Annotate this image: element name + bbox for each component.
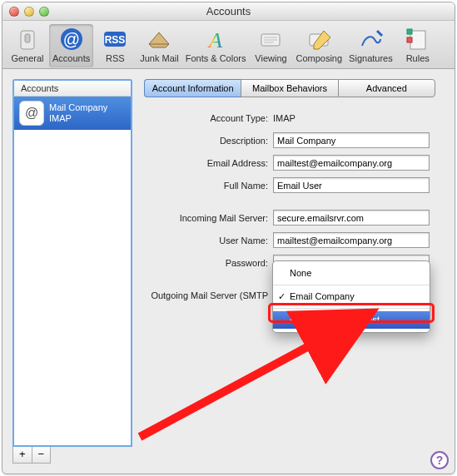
- toolbar-rss[interactable]: RSS RSS: [93, 24, 137, 67]
- toolbar-junk[interactable]: Junk Mail: [137, 24, 181, 67]
- tab-account-info[interactable]: Account Information: [144, 79, 241, 97]
- sidebar-buttons: + −: [12, 447, 51, 464]
- remove-account-button[interactable]: −: [32, 447, 51, 463]
- toolbar-signatures[interactable]: Signatures: [345, 24, 396, 67]
- smtp-dropdown-menu: None Email Company Edit SMTP Server List…: [272, 260, 430, 333]
- incoming-server-field[interactable]: [273, 210, 430, 226]
- toolbar-viewing[interactable]: Viewing: [249, 24, 292, 67]
- label-username: User Name:: [144, 236, 273, 245]
- rss-icon: RSS: [102, 26, 128, 52]
- menu-item-none[interactable]: None: [273, 265, 430, 282]
- account-row[interactable]: @ Mail Company IMAP: [14, 97, 131, 130]
- minimize-window-button[interactable]: [24, 7, 34, 17]
- content-area: Accounts @ Mail Company IMAP + − Account…: [2, 69, 455, 474]
- label-description: Description:: [144, 136, 273, 146]
- preferences-window: Accounts General @ Accounts RSS RSS Junk…: [2, 2, 455, 474]
- prefs-toolbar: General @ Accounts RSS RSS Junk Mail A F…: [2, 21, 455, 69]
- account-name: Mail Company: [49, 102, 107, 113]
- svg-text:@: @: [62, 30, 79, 48]
- value-account-type: IMAP: [273, 113, 296, 123]
- toolbar-rules[interactable]: Rules: [396, 24, 440, 67]
- tab-advanced[interactable]: Advanced: [338, 79, 435, 97]
- account-protocol: IMAP: [49, 113, 107, 124]
- accounts-list[interactable]: @ Mail Company IMAP: [12, 96, 132, 447]
- username-field[interactable]: [273, 232, 430, 248]
- menu-separator: [273, 285, 430, 285]
- titlebar: Accounts: [2, 2, 455, 21]
- menu-item-email-company[interactable]: Email Company: [273, 288, 430, 305]
- add-account-button[interactable]: +: [13, 447, 32, 463]
- svg-rect-12: [410, 31, 425, 49]
- svg-text:A: A: [207, 28, 222, 52]
- label-password: Password:: [144, 258, 273, 268]
- settings-pane: Account Information Mailbox Behaviors Ad…: [144, 79, 445, 464]
- label-email: Email Address:: [144, 158, 273, 168]
- toolbar-general[interactable]: General: [6, 24, 49, 67]
- pane-tabs: Account Information Mailbox Behaviors Ad…: [144, 79, 435, 97]
- svg-line-15: [140, 316, 365, 437]
- signatures-icon: [357, 26, 384, 52]
- composing-icon: [305, 26, 332, 52]
- label-fullname: Full Name:: [144, 181, 273, 191]
- menu-separator: [273, 308, 430, 309]
- tab-mailbox-behaviors[interactable]: Mailbox Behaviors: [241, 79, 337, 97]
- viewing-icon: [257, 26, 284, 52]
- sidebar-header: Accounts: [12, 79, 132, 96]
- label-incoming: Incoming Mail Server:: [144, 213, 273, 223]
- at-icon: @: [19, 101, 44, 126]
- at-icon: @: [58, 26, 85, 52]
- email-field[interactable]: [273, 155, 430, 171]
- close-window-button[interactable]: [9, 7, 19, 17]
- menu-item-edit-smtp[interactable]: Edit SMTP Server List…: [273, 311, 430, 329]
- account-text: Mail Company IMAP: [49, 102, 107, 124]
- rules-icon: [405, 26, 431, 52]
- toolbar-accounts[interactable]: @ Accounts: [49, 24, 93, 67]
- toolbar-fonts[interactable]: A Fonts & Colors: [182, 24, 250, 67]
- label-smtp: Outgoing Mail Server (SMTP: [144, 290, 273, 300]
- svg-rect-1: [25, 34, 30, 42]
- description-field[interactable]: [273, 132, 430, 148]
- switch-icon: [14, 26, 41, 52]
- accounts-sidebar: Accounts @ Mail Company IMAP + −: [12, 79, 132, 464]
- fullname-field[interactable]: [273, 177, 430, 193]
- junk-icon: [146, 26, 172, 52]
- label-account-type: Account Type:: [144, 113, 273, 123]
- svg-rect-13: [407, 29, 412, 34]
- svg-rect-14: [407, 37, 412, 42]
- fonts-icon: A: [202, 26, 229, 52]
- window-controls: [2, 7, 49, 17]
- zoom-window-button[interactable]: [39, 7, 49, 17]
- toolbar-composing[interactable]: Composing: [292, 24, 345, 67]
- help-button[interactable]: ?: [430, 451, 449, 469]
- svg-text:RSS: RSS: [105, 34, 126, 46]
- window-title: Accounts: [2, 5, 455, 17]
